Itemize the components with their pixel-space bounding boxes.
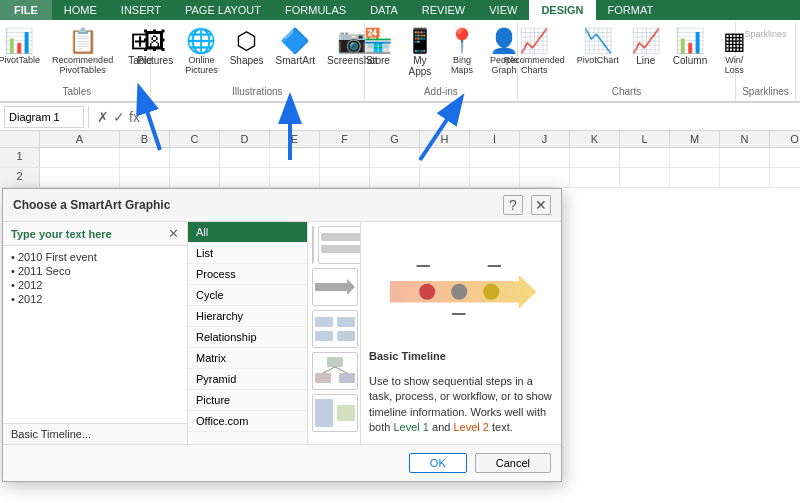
col-header-b[interactable]: B — [120, 131, 170, 147]
cell-b1[interactable] — [120, 148, 170, 167]
col-header-n[interactable]: N — [720, 131, 770, 147]
cell-l2[interactable] — [620, 168, 670, 187]
cell-b2[interactable] — [120, 168, 170, 187]
smartart-button[interactable]: 🔷 SmartArt — [271, 26, 320, 69]
row-header-1[interactable]: 1 — [0, 148, 40, 167]
cell-a1[interactable] — [40, 148, 120, 167]
cell-e1[interactable] — [270, 148, 320, 167]
shapes-button[interactable]: ⬡ Shapes — [225, 26, 269, 69]
cell-f2[interactable] — [320, 168, 370, 187]
cell-f1[interactable] — [320, 148, 370, 167]
recommended-charts-button[interactable]: 📈 RecommendedCharts — [499, 26, 570, 78]
col-header-d[interactable]: D — [220, 131, 270, 147]
cell-e2[interactable] — [270, 168, 320, 187]
col-header-h[interactable]: H — [420, 131, 470, 147]
group-charts: 📈 RecommendedCharts 📉 PivotChart 📈 Line … — [518, 22, 736, 101]
cell-l1[interactable] — [620, 148, 670, 167]
illustrations-group-label: Illustrations — [232, 84, 283, 97]
sparklines-placeholder: Sparklines — [740, 26, 792, 42]
my-apps-button[interactable]: 📱 My Apps — [400, 26, 440, 80]
recommended-pivottables-button[interactable]: 📋 RecommendedPivotTables — [47, 26, 118, 78]
bing-maps-icon: 📍 — [447, 29, 477, 53]
column-headers: A B C D E F G H I J K L M N O P — [0, 131, 800, 148]
pictures-button[interactable]: 🖼 Pictures — [132, 26, 178, 69]
tab-home[interactable]: HOME — [52, 0, 109, 20]
cell-m2[interactable] — [670, 168, 720, 187]
cell-g2[interactable] — [370, 168, 420, 187]
cell-n2[interactable] — [720, 168, 770, 187]
col-header-o[interactable]: O — [770, 131, 800, 147]
pivot-table-button[interactable]: 📊 PivotTable — [0, 26, 45, 68]
col-header-f[interactable]: F — [320, 131, 370, 147]
pivotchart-label: PivotChart — [577, 55, 619, 65]
cell-j1[interactable] — [520, 148, 570, 167]
tab-view[interactable]: VIEW — [477, 0, 529, 20]
bing-maps-label: BingMaps — [451, 55, 473, 75]
formula-input[interactable] — [144, 109, 796, 125]
spreadsheet-grid: A B C D E F G H I J K L M N O P 1 2 — [0, 131, 800, 188]
tab-review[interactable]: REVIEW — [410, 0, 477, 20]
formula-bar: ✗ ✓ fx — [0, 103, 800, 131]
pivotchart-button[interactable]: 📉 PivotChart — [572, 26, 624, 68]
tab-page-layout[interactable]: PAGE LAYOUT — [173, 0, 273, 20]
tab-format[interactable]: FORMAT — [596, 0, 666, 20]
column-button[interactable]: 📊 Column — [668, 26, 712, 69]
cell-j2[interactable] — [520, 168, 570, 187]
shapes-icon: ⬡ — [236, 29, 257, 53]
addins-group-label: Add-ins — [424, 84, 458, 97]
cell-c2[interactable] — [170, 168, 220, 187]
store-label: Store — [366, 55, 390, 66]
group-sparklines: Sparklines Sparklines — [736, 22, 796, 101]
my-apps-icon: 📱 — [405, 29, 435, 53]
tab-data[interactable]: DATA — [358, 0, 410, 20]
col-header-c[interactable]: C — [170, 131, 220, 147]
col-header-i[interactable]: I — [470, 131, 520, 147]
cell-d2[interactable] — [220, 168, 270, 187]
grid-row-1: 1 — [0, 148, 800, 168]
cell-i2[interactable] — [470, 168, 520, 187]
tab-design[interactable]: DESIGN — [529, 0, 595, 20]
tab-formulas[interactable]: FORMULAS — [273, 0, 358, 20]
store-icon: 🏪 — [363, 29, 393, 53]
cell-a2[interactable] — [40, 168, 120, 187]
cell-i1[interactable] — [470, 148, 520, 167]
name-box[interactable] — [4, 106, 84, 128]
tables-group-label: Tables — [62, 84, 91, 97]
cell-o1[interactable] — [770, 148, 800, 167]
line-icon: 📈 — [631, 29, 661, 53]
cell-g1[interactable] — [370, 148, 420, 167]
cell-d1[interactable] — [220, 148, 270, 167]
col-header-a[interactable]: A — [40, 131, 120, 147]
cell-k1[interactable] — [570, 148, 620, 167]
pictures-icon: 🖼 — [143, 29, 167, 53]
confirm-formula-icon[interactable]: ✓ — [113, 109, 125, 125]
col-header-g[interactable]: G — [370, 131, 420, 147]
cell-k2[interactable] — [570, 168, 620, 187]
pivot-table-label: PivotTable — [0, 55, 40, 65]
col-header-j[interactable]: J — [520, 131, 570, 147]
cell-n1[interactable] — [720, 148, 770, 167]
cell-o2[interactable] — [770, 168, 800, 187]
cell-c1[interactable] — [170, 148, 220, 167]
tab-insert[interactable]: INSERT — [109, 0, 173, 20]
col-header-m[interactable]: M — [670, 131, 720, 147]
col-header-k[interactable]: K — [570, 131, 620, 147]
row-header-2[interactable]: 2 — [0, 168, 40, 187]
cell-h2[interactable] — [420, 168, 470, 187]
column-label: Column — [673, 55, 707, 66]
bing-maps-button[interactable]: 📍 BingMaps — [442, 26, 482, 78]
cell-m1[interactable] — [670, 148, 720, 167]
grid-row-2: 2 — [0, 168, 800, 188]
group-addins: 🏪 Store 📱 My Apps 📍 BingMaps 👤 PeopleGra… — [365, 22, 518, 101]
tab-file[interactable]: FILE — [0, 0, 52, 20]
online-pictures-button[interactable]: 🌐 OnlinePictures — [180, 26, 223, 78]
sparklines-group-label: Sparklines — [742, 84, 789, 97]
col-header-e[interactable]: E — [270, 131, 320, 147]
column-icon: 📊 — [675, 29, 705, 53]
store-button[interactable]: 🏪 Store — [358, 26, 398, 69]
line-button[interactable]: 📈 Line — [626, 26, 666, 69]
insert-function-icon[interactable]: fx — [129, 109, 140, 125]
cancel-formula-icon[interactable]: ✗ — [97, 109, 109, 125]
cell-h1[interactable] — [420, 148, 470, 167]
col-header-l[interactable]: L — [620, 131, 670, 147]
